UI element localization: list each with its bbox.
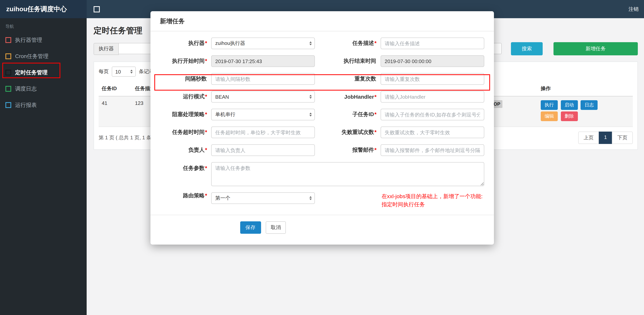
task-params-label: 任务参数* [160, 162, 207, 174]
feature-note-line1: 在xxl-jobs项目的基础上，新增了一个功能: [382, 192, 483, 200]
sidebar-item-label: Cron任务管理 [15, 52, 48, 60]
sidebar-toggle-icon[interactable] [94, 6, 100, 12]
per-page-select[interactable]: 10 [112, 67, 136, 77]
task-desc-input[interactable] [380, 38, 484, 49]
form-row: 间隔秒数 重复次数 [160, 73, 484, 85]
timeout-input[interactable] [211, 127, 315, 138]
sidebar-item-label: 运行报表 [15, 101, 37, 109]
form-row: 执行器* zuihou执行器 任务描述* [160, 38, 484, 49]
executor-select-value: zuihou执行器 [215, 40, 245, 47]
child-task-label: 子任务ID* [318, 111, 376, 118]
start-button[interactable]: 启动 [561, 100, 578, 110]
sidebar-item-schedule-log[interactable]: 调度日志 [0, 81, 87, 97]
sidebar-item-label: 调度日志 [15, 85, 37, 93]
alarm-email-label: 报警邮件* [318, 147, 376, 154]
modal-title: 新增任务 [150, 11, 494, 31]
select-arrows-icon [309, 196, 312, 200]
save-button[interactable]: 保存 [240, 221, 261, 234]
form-row: 任务参数* [160, 162, 484, 186]
alarm-email-input[interactable] [380, 144, 484, 156]
app-brand: zuihou任务调度中心 [0, 0, 87, 18]
block-strategy-label: 阻塞处理策略* [160, 111, 207, 118]
select-arrows-icon [309, 113, 312, 117]
task-desc-label: 任务描述* [318, 40, 376, 47]
route-strategy-select[interactable]: 第一个 [211, 192, 315, 204]
end-time-input[interactable] [380, 55, 484, 67]
owner-input[interactable] [211, 144, 315, 156]
start-time-input[interactable] [211, 55, 315, 67]
square-icon [6, 53, 11, 59]
form-row: 运行模式* BEAN JobHandler* [160, 91, 484, 103]
select-arrows-icon [130, 70, 133, 74]
sidebar-item-cron-task-mgmt[interactable]: Cron任务管理 [0, 48, 87, 64]
form-row: 阻塞处理策略* 单机串行 子任务ID* [160, 109, 484, 120]
app-screen: zuihou任务调度中心 注销 导航 执行器管理 Cron任务管理 定时任务管理… [0, 0, 644, 315]
executor-filter-label: 执行器 [94, 43, 119, 55]
add-task-button[interactable]: 新增任务 [554, 42, 638, 55]
add-task-modal: 新增任务 执行器* zuihou执行器 任务描述* 执行开始时间* 执行结束时间… [150, 11, 494, 245]
header-task-id: 任务ID [99, 81, 132, 96]
form-row: 任务超时时间* 失败重试次数* [160, 127, 484, 138]
run-button[interactable]: 执行 [541, 100, 558, 110]
per-page-label-before: 每页 [99, 68, 109, 75]
retry-input[interactable] [380, 127, 484, 138]
jobhandler-label: JobHandler* [318, 94, 376, 100]
executor-label: 执行器* [160, 40, 207, 47]
run-mode-label: 运行模式* [160, 93, 207, 100]
feature-note-line2: 指定时间执行任务 [382, 200, 483, 209]
square-icon [6, 102, 11, 108]
select-arrows-icon [309, 95, 312, 99]
run-mode-select[interactable]: BEAN [211, 91, 315, 103]
prev-page-button[interactable]: 上页 [578, 132, 599, 144]
pagination: 上页 1 下页 [578, 132, 633, 144]
route-strategy-select-value: 第一个 [215, 195, 230, 202]
sidebar-item-label: 定时任务管理 [15, 69, 48, 76]
jobhandler-input[interactable] [380, 91, 484, 103]
repeat-label: 重复次数 [318, 76, 376, 82]
delete-button[interactable]: 删除 [561, 111, 578, 121]
page-1-button[interactable]: 1 [599, 132, 612, 144]
route-strategy-label: 路由策略* [160, 192, 207, 199]
edit-button[interactable]: 编辑 [541, 111, 558, 121]
cell-ops: 执行 启动 日志 编辑 删除 [538, 96, 633, 127]
sidebar-item-timed-task-mgmt[interactable]: 定时任务管理 [0, 64, 87, 81]
modal-footer: 保存 取消 [150, 215, 494, 245]
feature-note: 在xxl-jobs项目的基础上，新增了一个功能: 指定时间执行任务 [382, 192, 483, 209]
executor-select[interactable]: zuihou执行器 [211, 38, 315, 49]
cell-task-id: 41 [99, 96, 132, 127]
sidebar-nav-label: 导航 [0, 18, 87, 32]
retry-label: 失败重试次数* [318, 129, 376, 136]
form-row: 负责人* 报警邮件* [160, 144, 484, 156]
sidebar: 导航 执行器管理 Cron任务管理 定时任务管理 调度日志 运行报表 [0, 18, 87, 315]
sidebar-item-executor-mgmt[interactable]: 执行器管理 [0, 32, 87, 48]
cancel-button[interactable]: 取消 [266, 221, 286, 234]
child-task-input[interactable] [380, 109, 484, 120]
log-button[interactable]: 日志 [581, 100, 598, 110]
sidebar-item-run-report[interactable]: 运行报表 [0, 97, 87, 113]
header-ops: 操作 [538, 81, 633, 96]
search-button[interactable]: 搜索 [511, 42, 543, 55]
select-arrows-icon [309, 41, 312, 45]
block-strategy-select[interactable]: 单机串行 [211, 109, 315, 120]
task-params-textarea[interactable] [211, 162, 484, 186]
square-icon [6, 70, 11, 75]
square-icon [6, 86, 11, 92]
owner-label: 负责人* [160, 147, 207, 154]
form-row: 路由策略* 第一个 在xxl-jobs项目的基础上，新增了一个功能: 指定时间执… [160, 192, 484, 209]
sidebar-item-label: 执行器管理 [15, 36, 42, 44]
square-icon [6, 37, 11, 43]
repeat-input[interactable] [380, 73, 484, 85]
run-mode-select-value: BEAN [215, 94, 229, 100]
per-page-value: 10 [115, 69, 121, 75]
form-row: 执行开始时间* 执行结束时间 [160, 55, 484, 67]
end-time-label: 执行结束时间 [318, 58, 376, 65]
logout-link[interactable]: 注销 [628, 6, 638, 13]
block-strategy-select-value: 单机串行 [215, 111, 235, 118]
next-page-button[interactable]: 下页 [612, 132, 633, 144]
interval-input[interactable] [211, 73, 315, 85]
start-time-label: 执行开始时间* [160, 58, 207, 65]
interval-label: 间隔秒数 [160, 76, 207, 82]
modal-body: 执行器* zuihou执行器 任务描述* 执行开始时间* 执行结束时间 间隔秒数… [150, 31, 494, 215]
timeout-label: 任务超时时间* [160, 129, 207, 136]
